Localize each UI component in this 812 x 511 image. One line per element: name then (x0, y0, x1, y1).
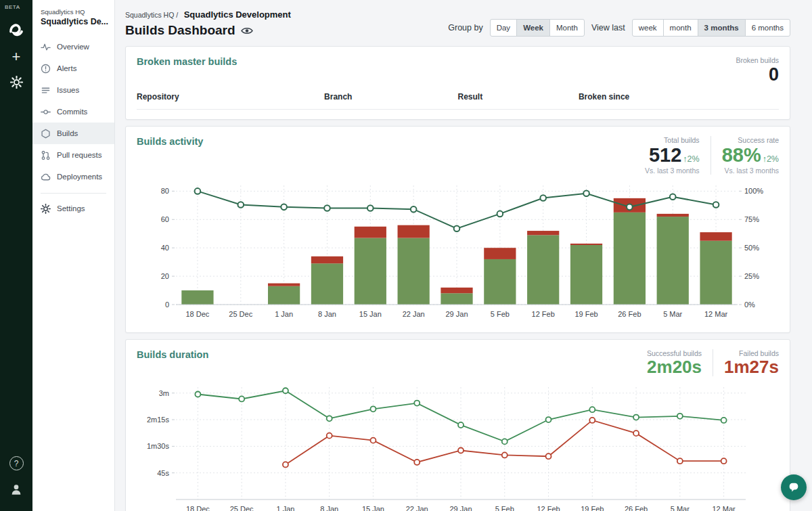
svg-text:5 Mar: 5 Mar (671, 505, 690, 511)
failed-builds-point[interactable] (633, 430, 639, 436)
svg-text:18 Dec: 18 Dec (186, 505, 210, 511)
success-rate-point[interactable] (540, 195, 546, 201)
bar-failed[interactable] (484, 248, 516, 259)
success-rate-point[interactable] (195, 188, 201, 194)
bar-successful[interactable] (441, 293, 472, 305)
bar-successful[interactable] (484, 259, 516, 305)
sidebar-item-settings[interactable]: Settings (32, 198, 114, 219)
failed-builds-point[interactable] (502, 453, 508, 458)
svg-text:100%: 100% (744, 187, 763, 195)
bar-failed[interactable] (700, 232, 731, 241)
failed-builds-point[interactable] (589, 418, 595, 423)
stat-failed-builds: Failed builds 1m27s (713, 349, 779, 376)
successful-builds-point[interactable] (283, 388, 288, 393)
column-branch: Branch (324, 92, 457, 102)
bar-successful[interactable] (311, 263, 343, 305)
svg-text:1m30s: 1m30s (147, 442, 170, 450)
bar-failed[interactable] (398, 225, 430, 238)
sidebar-nav: Overview Alerts Issues Commits Builds Pu… (32, 36, 114, 219)
view-last-week-button[interactable]: week (632, 19, 664, 37)
builds-activity-card: Builds activity Total builds 512 ↑2% Vs.… (125, 126, 790, 332)
sidebar-item-alerts[interactable]: Alerts (32, 58, 114, 79)
bar-failed[interactable] (355, 227, 386, 238)
bar-successful[interactable] (268, 286, 300, 305)
project-sidebar: Squadlytics HQ Squadlytics De... Overvie… (32, 0, 115, 511)
bar-successful[interactable] (700, 240, 731, 304)
failed-builds-point[interactable] (283, 462, 288, 468)
sidebar-item-label: Commits (57, 108, 87, 116)
successful-builds-point[interactable] (677, 414, 683, 419)
sidebar-divider (41, 193, 106, 194)
success-rate-point[interactable] (281, 204, 287, 210)
bar-failed[interactable] (527, 231, 559, 235)
successful-builds-point[interactable] (589, 407, 595, 412)
success-rate-point[interactable] (713, 202, 719, 208)
bar-successful[interactable] (527, 235, 559, 305)
success-rate-point[interactable] (497, 210, 503, 217)
sidebar-item-issues[interactable]: Issues (32, 79, 114, 101)
failed-builds-point[interactable] (414, 460, 420, 465)
success-rate-point[interactable] (454, 225, 460, 231)
breadcrumb: Squadlytics HQ / Squadlytics Development (125, 8, 291, 20)
total-builds-value: 512 (649, 145, 681, 165)
failed-builds-point[interactable] (370, 438, 376, 443)
successful-builds-point[interactable] (721, 418, 727, 423)
bar-successful[interactable] (657, 217, 689, 305)
bar-failed[interactable] (268, 283, 300, 286)
failed-builds-point[interactable] (327, 433, 332, 439)
sidebar-item-label: Alerts (57, 64, 76, 72)
failed-builds-point[interactable] (721, 458, 727, 464)
successful-builds-point[interactable] (546, 417, 551, 422)
help-icon[interactable]: ? (9, 456, 24, 470)
eye-icon[interactable] (241, 26, 253, 35)
gear-icon[interactable] (10, 76, 23, 89)
successful-builds-point[interactable] (327, 416, 332, 421)
success-rate-point[interactable] (670, 194, 676, 200)
successful-builds-point[interactable] (633, 415, 639, 420)
success-rate-point[interactable] (583, 190, 589, 196)
bar-failed[interactable] (441, 288, 472, 293)
successful-builds-point[interactable] (195, 392, 200, 397)
bar-successful[interactable] (570, 245, 602, 305)
success-rate-point[interactable] (238, 202, 244, 208)
bar-successful[interactable] (181, 290, 213, 305)
failed-builds-point[interactable] (458, 448, 464, 453)
bar-successful[interactable] (355, 238, 386, 304)
bar-failed[interactable] (657, 214, 689, 217)
breadcrumb-org[interactable]: Squadlytics HQ / (125, 11, 178, 19)
add-icon[interactable]: + (12, 50, 21, 64)
sidebar-item-commits[interactable]: Commits (32, 101, 114, 123)
view-last-3-months-button[interactable]: 3 months (698, 19, 746, 37)
sidebar-item-overview[interactable]: Overview (32, 36, 114, 58)
success-rate-point[interactable] (367, 205, 374, 211)
squadlytics-logo-icon[interactable] (7, 19, 26, 38)
failed-builds-point[interactable] (546, 453, 551, 459)
success-rate-point[interactable] (411, 206, 417, 213)
success-rate-point[interactable] (627, 204, 633, 210)
chat-launcher[interactable] (781, 474, 807, 500)
successful-builds-point[interactable] (458, 422, 464, 428)
svg-text:19 Feb: 19 Feb (574, 310, 597, 318)
successful-builds-point[interactable] (239, 397, 244, 402)
bar-successful[interactable] (614, 213, 646, 305)
group-by-week-button[interactable]: Week (516, 19, 550, 37)
group-by-day-button[interactable]: Day (490, 19, 517, 37)
view-last-6-months-button[interactable]: 6 months (745, 19, 790, 37)
bar-failed[interactable] (311, 257, 343, 263)
sidebar-project-name[interactable]: Squadlytics De... (32, 17, 114, 26)
successful-builds-point[interactable] (414, 401, 420, 406)
bar-successful[interactable] (398, 238, 430, 304)
successful-builds-point[interactable] (502, 439, 508, 444)
user-icon[interactable] (10, 483, 22, 495)
sidebar-item-builds[interactable]: Builds (32, 123, 114, 144)
sidebar-item-deployments[interactable]: Deployments (32, 166, 114, 187)
breadcrumb-project[interactable]: Squadlytics Development (184, 9, 291, 20)
group-by-month-button[interactable]: Month (549, 19, 585, 37)
sidebar-item-pull-requests[interactable]: Pull requests (32, 144, 114, 166)
failed-builds-point[interactable] (677, 458, 683, 464)
bar-failed[interactable] (570, 244, 602, 245)
builds-activity-chart: 00%2025%4050%6075%80100%18 Dec25 Dec1 Ja… (137, 177, 780, 323)
successful-builds-point[interactable] (370, 406, 376, 412)
view-last-month-button[interactable]: month (663, 19, 698, 37)
success-rate-point[interactable] (324, 205, 330, 211)
